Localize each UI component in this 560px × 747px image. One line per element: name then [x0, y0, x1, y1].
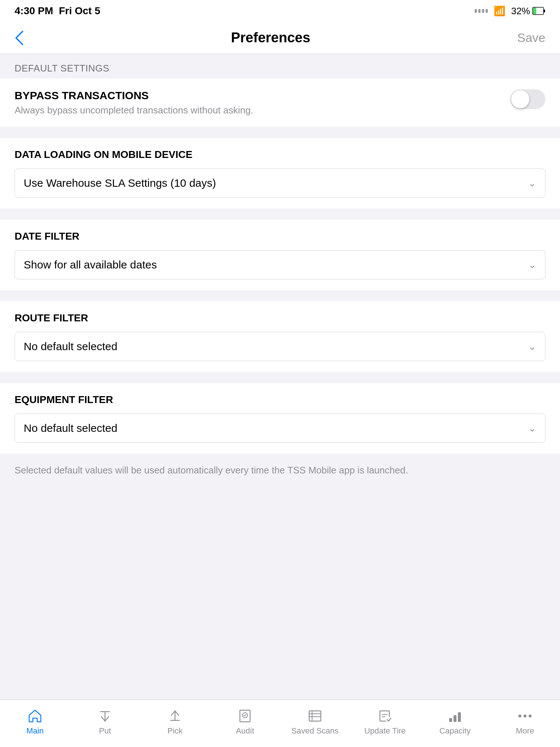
default-settings-header: DEFAULT SETTINGS [0, 54, 560, 78]
route-chevron-down-icon: ⌄ [528, 341, 536, 352]
page-title: Preferences [231, 30, 310, 46]
equipment-chevron-down-icon: ⌄ [528, 423, 536, 434]
home-icon [27, 708, 43, 724]
bypass-text: BYPASS TRANSACTIONS Always bypass uncomp… [15, 89, 503, 116]
footer-note: Selected default values will be used aut… [0, 454, 560, 487]
tab-update-tire-label: Update Tire [364, 726, 406, 736]
status-time-date: 4:30 PM Fri Oct 5 [15, 5, 100, 17]
svg-rect-9 [309, 711, 321, 721]
route-filter-value: No default selected [24, 340, 117, 353]
audit-icon [237, 708, 253, 724]
svg-point-21 [524, 715, 526, 717]
equipment-filter-section: EQUIPMENT FILTER No default selected ⌄ [0, 383, 560, 454]
divider-1 [0, 127, 560, 138]
svg-point-16 [386, 717, 392, 723]
divider-4 [0, 372, 560, 383]
equipment-filter-value: No default selected [24, 422, 117, 434]
svg-rect-19 [458, 712, 461, 722]
route-filter-section: ROUTE FILTER No default selected ⌄ [0, 301, 560, 372]
svg-rect-18 [454, 715, 456, 722]
bypass-transactions-row: BYPASS TRANSACTIONS Always bypass uncomp… [0, 78, 560, 127]
data-loading-label: DATA LOADING ON MOBILE DEVICE [15, 149, 545, 160]
signal-icon [475, 9, 488, 13]
svg-rect-1 [544, 9, 545, 12]
svg-point-20 [518, 715, 521, 717]
content-area: DEFAULT SETTINGS BYPASS TRANSACTIONS Alw… [0, 54, 560, 700]
date-filter-section: DATE FILTER Show for all available dates… [0, 220, 560, 290]
tab-pick-label: Pick [167, 726, 183, 736]
tab-bar: Main Put Pick Audit [0, 700, 560, 747]
more-icon [517, 708, 533, 724]
tab-pick[interactable]: Pick [140, 708, 210, 736]
wifi-icon: 📶 [494, 5, 505, 17]
equipment-filter-label: EQUIPMENT FILTER [15, 394, 545, 406]
tab-more-label: More [516, 726, 534, 736]
date-filter-dropdown[interactable]: Show for all available dates ⌄ [15, 250, 545, 279]
data-loading-section: DATA LOADING ON MOBILE DEVICE Use Wareho… [0, 138, 560, 209]
battery-icon [532, 7, 545, 15]
put-icon [97, 708, 113, 724]
tab-update-tire[interactable]: Update Tire [350, 708, 420, 736]
tab-audit-label: Audit [236, 726, 254, 736]
tab-main[interactable]: Main [0, 708, 70, 736]
tab-saved-scans-label: Saved Scans [291, 726, 339, 736]
data-loading-dropdown[interactable]: Use Warehouse SLA Settings (10 days) ⌄ [15, 169, 545, 198]
capacity-icon [447, 708, 463, 724]
tab-capacity-label: Capacity [439, 726, 471, 736]
svg-rect-17 [449, 718, 452, 722]
route-filter-label: ROUTE FILTER [15, 312, 545, 324]
status-bar: 4:30 PM Fri Oct 5 📶 32% [0, 0, 560, 22]
divider-3 [0, 290, 560, 301]
toggle-knob [511, 90, 529, 108]
saved-scans-icon [307, 708, 323, 724]
tab-audit[interactable]: Audit [210, 708, 280, 736]
tab-put[interactable]: Put [70, 708, 140, 736]
back-button[interactable] [15, 30, 24, 46]
data-loading-value: Use Warehouse SLA Settings (10 days) [24, 177, 216, 189]
chevron-down-icon: ⌄ [528, 178, 536, 189]
bypass-title: BYPASS TRANSACTIONS [15, 89, 503, 102]
date-filter-value: Show for all available dates [24, 259, 157, 271]
svg-point-22 [529, 715, 532, 717]
route-filter-dropdown[interactable]: No default selected ⌄ [15, 332, 545, 361]
update-tire-icon [377, 708, 393, 724]
equipment-filter-dropdown[interactable]: No default selected ⌄ [15, 414, 545, 443]
save-button[interactable]: Save [517, 31, 546, 45]
tab-saved-scans[interactable]: Saved Scans [280, 708, 350, 736]
svg-rect-2 [533, 8, 536, 14]
tab-capacity[interactable]: Capacity [420, 708, 490, 736]
tab-main-label: Main [26, 726, 44, 736]
navigation-bar: Preferences Save [0, 22, 560, 54]
tab-put-label: Put [99, 726, 111, 736]
date-filter-label: DATE FILTER [15, 231, 545, 242]
tab-more[interactable]: More [490, 708, 560, 736]
divider-2 [0, 209, 560, 220]
status-indicators: 📶 32% [475, 5, 545, 17]
battery-indicator: 32% [511, 5, 545, 17]
bypass-subtitle: Always bypass uncompleted transactions w… [15, 105, 503, 116]
pick-icon [167, 708, 183, 724]
date-chevron-down-icon: ⌄ [528, 259, 536, 271]
bypass-toggle[interactable] [510, 89, 545, 109]
